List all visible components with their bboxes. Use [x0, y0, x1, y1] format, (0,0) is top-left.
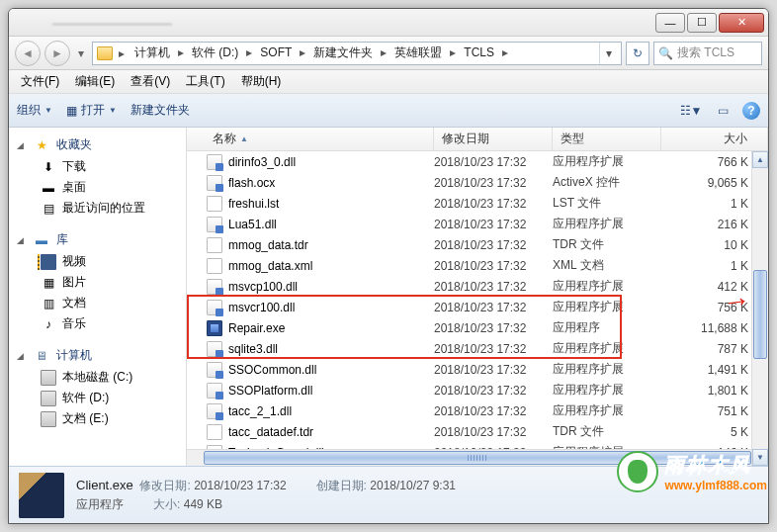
search-icon: 🔍	[658, 46, 673, 60]
menubar: 文件(F) 编辑(E) 查看(V) 工具(T) 帮助(H)	[9, 70, 768, 94]
library-icon: ▬	[33, 232, 50, 248]
documents-icon: ▥	[41, 296, 56, 311]
breadcrumb-sep[interactable]: ▸	[174, 45, 188, 59]
sidebar-item[interactable]: ▤最近访问的位置	[9, 198, 186, 219]
breadcrumb-sep[interactable]: ▸	[498, 45, 512, 59]
sidebar-item[interactable]: 软件 (D:)	[9, 388, 186, 408]
file-row[interactable]: tacc_datadef.tdr2018/10/23 17:32TDR 文件5 …	[187, 421, 768, 442]
file-date: 2018/10/23 17:32	[434, 425, 553, 439]
new-folder-button[interactable]: 新建文件夹	[130, 102, 190, 119]
file-type: ActiveX 控件	[553, 174, 661, 191]
breadcrumb-sep[interactable]: ▸	[296, 45, 309, 59]
sidebar-item[interactable]: 文档 (E:)	[9, 408, 186, 429]
breadcrumb-4[interactable]: 英雄联盟	[390, 45, 446, 59]
file-date: 2018/10/23 17:32	[434, 363, 553, 377]
file-row[interactable]: msvcr100.dll2018/10/23 17:32应用程序扩展756 K	[187, 297, 768, 317]
titlebar: ——————————— — ☐ ✕	[9, 9, 768, 37]
search-box[interactable]: 🔍 搜索 TCLS	[653, 42, 762, 65]
file-row[interactable]: flash.ocx2018/10/23 17:32ActiveX 控件9,065…	[187, 172, 768, 193]
sidebar-item[interactable]: 本地磁盘 (C:)	[9, 367, 186, 388]
scroll-down-button[interactable]: ▼	[752, 449, 768, 466]
scroll-up-button[interactable]: ▲	[752, 151, 768, 168]
sidebar-computer-header[interactable]: ◢🖥计算机	[9, 344, 186, 367]
refresh-button[interactable]: ↻	[626, 42, 649, 65]
col-date[interactable]: 修改日期	[434, 128, 553, 150]
back-button[interactable]: ◄	[15, 41, 41, 66]
dll-icon	[207, 341, 222, 357]
col-name[interactable]: 名称▲	[187, 128, 434, 150]
sidebar-item[interactable]: ⬇下载	[9, 156, 186, 177]
file-row[interactable]: freshui.lst2018/10/23 17:32LST 文件1 K	[187, 193, 768, 214]
dll-icon	[207, 279, 222, 295]
horizontal-scrollbar[interactable]	[187, 449, 768, 466]
col-type[interactable]: 类型	[553, 128, 661, 150]
star-icon: ★	[33, 137, 50, 153]
breadcrumb-1[interactable]: 软件 (D:)	[188, 45, 242, 59]
menu-help[interactable]: 帮助(H)	[235, 71, 288, 92]
file-row[interactable]: mmog_data.xml2018/10/23 17:32XML 文档1 K	[187, 255, 768, 276]
sidebar-favorites-header[interactable]: ◢★收藏夹	[9, 133, 186, 156]
open-button[interactable]: ▦打开▼	[66, 102, 117, 119]
file-name: mmog_data.tdr	[228, 238, 308, 252]
view-mode-button[interactable]: ☷▼	[679, 101, 703, 121]
sidebar-item[interactable]: ♪音乐	[9, 313, 186, 334]
file-row[interactable]: TasLoginGuard.dll2018/10/23 17:32应用程序扩展1…	[187, 442, 768, 449]
dll-icon	[207, 217, 222, 232]
sidebar-item[interactable]: ▬桌面	[9, 177, 186, 198]
help-button[interactable]: ?	[742, 102, 760, 120]
desktop-icon: ▬	[41, 180, 56, 196]
file-date: 2018/10/23 17:32	[434, 280, 553, 294]
preview-pane-button[interactable]: ▭	[711, 101, 734, 121]
file-row[interactable]: dirinfo3_0.dll2018/10/23 17:32应用程序扩展766 …	[187, 151, 768, 172]
breadcrumb-sep[interactable]: ▸	[446, 45, 460, 59]
menu-file[interactable]: 文件(F)	[15, 71, 65, 92]
file-row[interactable]: SSOCommon.dll2018/10/23 17:32应用程序扩展1,491…	[187, 359, 768, 380]
breadcrumb-5[interactable]: TCLS	[460, 45, 498, 59]
close-button[interactable]: ✕	[719, 13, 764, 33]
menu-view[interactable]: 查看(V)	[125, 71, 176, 92]
details-modified: 2018/10/23 17:32	[194, 479, 286, 492]
sidebar-item[interactable]: ▥文档	[9, 293, 186, 313]
organize-button[interactable]: 组织▼	[17, 102, 52, 119]
breadcrumb-0[interactable]: 计算机	[130, 45, 174, 59]
file-name: SSOCommon.dll	[228, 363, 316, 377]
file-type: TDR 文件	[553, 236, 661, 253]
address-bar[interactable]: ▸ 计算机▸软件 (D:)▸SOFT▸新建文件夹▸英雄联盟▸TCLS▸ ▾	[92, 42, 622, 65]
file-type: 应用程序扩展	[553, 153, 661, 170]
maximize-button[interactable]: ☐	[687, 13, 717, 33]
minimize-button[interactable]: —	[655, 13, 685, 33]
sidebar-item[interactable]: 视频	[9, 251, 186, 272]
vertical-scrollbar[interactable]: ▲ ▼	[751, 151, 768, 466]
breadcrumb-sep[interactable]: ▸	[115, 46, 129, 60]
scroll-thumb[interactable]	[753, 270, 767, 359]
computer-icon: 🖥	[33, 348, 50, 364]
dll-icon	[207, 403, 222, 419]
history-dropdown[interactable]: ▾	[74, 42, 88, 65]
file-row[interactable]: mmog_data.tdr2018/10/23 17:32TDR 文件10 K	[187, 234, 768, 255]
collapse-icon: ◢	[17, 235, 27, 245]
file-date: 2018/10/23 17:32	[434, 176, 553, 190]
address-dropdown[interactable]: ▾	[599, 43, 617, 64]
col-size[interactable]: 大小	[661, 128, 768, 150]
breadcrumb-2[interactable]: SOFT	[256, 45, 296, 59]
file-list[interactable]: dirinfo3_0.dll2018/10/23 17:32应用程序扩展766 …	[187, 151, 768, 449]
sidebar: ◢★收藏夹 ⬇下载▬桌面▤最近访问的位置 ◢▬库 视频▦图片▥文档♪音乐 ◢🖥计…	[9, 128, 187, 466]
menu-tools[interactable]: 工具(T)	[180, 71, 230, 92]
file-row[interactable]: tacc_2_1.dll2018/10/23 17:32应用程序扩展751 K	[187, 400, 768, 421]
file-row[interactable]: Lua51.dll2018/10/23 17:32应用程序扩展216 K	[187, 214, 768, 234]
breadcrumb-3[interactable]: 新建文件夹	[309, 45, 377, 59]
file-type: 应用程序扩展	[553, 382, 661, 399]
sidebar-item[interactable]: ▦图片	[9, 272, 186, 293]
file-date: 2018/10/23 17:32	[434, 155, 553, 169]
file-row[interactable]: sqlite3.dll2018/10/23 17:32应用程序扩展787 K	[187, 338, 768, 359]
menu-edit[interactable]: 编辑(E)	[69, 71, 121, 92]
breadcrumb-sep[interactable]: ▸	[377, 45, 390, 59]
sidebar-libraries-header[interactable]: ◢▬库	[9, 228, 186, 251]
file-row[interactable]: msvcp100.dll2018/10/23 17:32应用程序扩展412 K	[187, 276, 768, 297]
breadcrumb-sep[interactable]: ▸	[242, 45, 256, 59]
forward-button[interactable]: ►	[44, 41, 70, 66]
drive-icon	[41, 370, 56, 386]
file-row[interactable]: Repair.exe2018/10/23 17:32应用程序11,688 K	[187, 317, 768, 338]
file-row[interactable]: SSOPlatform.dll2018/10/23 17:32应用程序扩展1,8…	[187, 380, 768, 400]
file-type: 应用程序扩展	[553, 278, 661, 295]
